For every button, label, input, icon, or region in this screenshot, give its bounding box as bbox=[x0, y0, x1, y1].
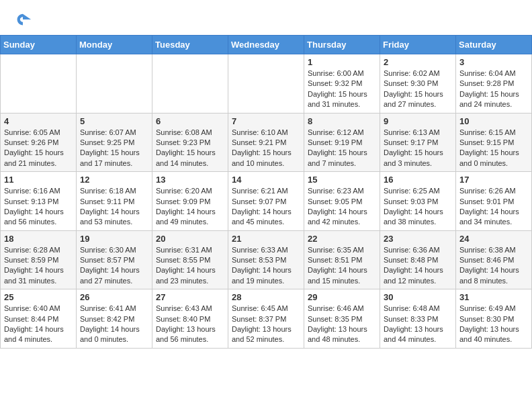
day-cell-25: 25Sunrise: 6:40 AM Sunset: 8:44 PM Dayli… bbox=[1, 289, 77, 349]
logo bbox=[13, 11, 35, 30]
day-cell-20: 20Sunrise: 6:31 AM Sunset: 8:55 PM Dayli… bbox=[152, 230, 228, 289]
day-info: Sunrise: 6:10 AM Sunset: 9:21 PM Dayligh… bbox=[232, 128, 300, 169]
day-number: 11 bbox=[4, 175, 73, 185]
empty-cell bbox=[228, 54, 304, 113]
week-row-5: 25Sunrise: 6:40 AM Sunset: 8:44 PM Dayli… bbox=[1, 289, 532, 349]
day-cell-28: 28Sunrise: 6:45 AM Sunset: 8:37 PM Dayli… bbox=[228, 289, 304, 349]
day-cell-31: 31Sunrise: 6:49 AM Sunset: 8:30 PM Dayli… bbox=[456, 289, 532, 349]
day-number: 20 bbox=[156, 234, 224, 244]
day-cell-21: 21Sunrise: 6:33 AM Sunset: 8:53 PM Dayli… bbox=[228, 230, 304, 289]
logo-icon bbox=[13, 11, 32, 30]
day-number: 23 bbox=[384, 234, 452, 244]
day-number: 10 bbox=[459, 116, 528, 126]
day-info: Sunrise: 6:45 AM Sunset: 8:37 PM Dayligh… bbox=[232, 304, 300, 345]
day-number: 5 bbox=[80, 116, 148, 126]
day-info: Sunrise: 6:35 AM Sunset: 8:51 PM Dayligh… bbox=[308, 245, 376, 287]
day-number: 14 bbox=[232, 175, 300, 185]
day-number: 12 bbox=[80, 175, 148, 185]
day-info: Sunrise: 6:30 AM Sunset: 8:57 PM Dayligh… bbox=[80, 245, 148, 287]
day-cell-18: 18Sunrise: 6:28 AM Sunset: 8:59 PM Dayli… bbox=[1, 230, 77, 289]
day-cell-14: 14Sunrise: 6:21 AM Sunset: 9:07 PM Dayli… bbox=[228, 172, 304, 231]
day-info: Sunrise: 6:36 AM Sunset: 8:48 PM Dayligh… bbox=[384, 245, 452, 287]
day-info: Sunrise: 6:46 AM Sunset: 8:35 PM Dayligh… bbox=[308, 304, 376, 345]
day-number: 15 bbox=[308, 175, 376, 185]
day-info: Sunrise: 6:20 AM Sunset: 9:09 PM Dayligh… bbox=[156, 186, 224, 228]
day-cell-3: 3Sunrise: 6:04 AM Sunset: 9:28 PM Daylig… bbox=[456, 54, 532, 113]
day-cell-24: 24Sunrise: 6:38 AM Sunset: 8:46 PM Dayli… bbox=[456, 230, 532, 289]
calendar: SundayMondayTuesdayWednesdayThursdayFrid… bbox=[0, 35, 532, 349]
day-cell-23: 23Sunrise: 6:36 AM Sunset: 8:48 PM Dayli… bbox=[380, 230, 456, 289]
day-info: Sunrise: 6:26 AM Sunset: 9:01 PM Dayligh… bbox=[459, 186, 528, 228]
day-info: Sunrise: 6:18 AM Sunset: 9:11 PM Dayligh… bbox=[80, 186, 148, 228]
empty-cell bbox=[77, 54, 152, 113]
day-number: 21 bbox=[232, 234, 300, 244]
day-info: Sunrise: 6:05 AM Sunset: 9:26 PM Dayligh… bbox=[4, 128, 73, 169]
day-info: Sunrise: 6:38 AM Sunset: 8:46 PM Dayligh… bbox=[459, 245, 528, 287]
day-info: Sunrise: 6:07 AM Sunset: 9:25 PM Dayligh… bbox=[80, 128, 148, 169]
day-number: 22 bbox=[308, 234, 376, 244]
day-number: 8 bbox=[308, 116, 376, 126]
weekday-header-monday: Monday bbox=[77, 36, 152, 54]
day-number: 19 bbox=[80, 234, 148, 244]
day-info: Sunrise: 6:13 AM Sunset: 9:17 PM Dayligh… bbox=[384, 128, 452, 169]
empty-cell bbox=[1, 54, 77, 113]
day-number: 3 bbox=[459, 57, 528, 67]
day-number: 31 bbox=[459, 292, 528, 302]
day-info: Sunrise: 6:23 AM Sunset: 9:05 PM Dayligh… bbox=[308, 186, 376, 228]
day-number: 28 bbox=[232, 292, 300, 302]
week-row-1: 1Sunrise: 6:00 AM Sunset: 9:32 PM Daylig… bbox=[1, 54, 532, 113]
day-cell-4: 4Sunrise: 6:05 AM Sunset: 9:26 PM Daylig… bbox=[1, 113, 77, 172]
day-cell-19: 19Sunrise: 6:30 AM Sunset: 8:57 PM Dayli… bbox=[77, 230, 152, 289]
day-cell-12: 12Sunrise: 6:18 AM Sunset: 9:11 PM Dayli… bbox=[77, 172, 152, 231]
day-cell-16: 16Sunrise: 6:25 AM Sunset: 9:03 PM Dayli… bbox=[380, 172, 456, 231]
weekday-header-saturday: Saturday bbox=[456, 36, 532, 54]
day-cell-26: 26Sunrise: 6:41 AM Sunset: 8:42 PM Dayli… bbox=[77, 289, 152, 349]
day-number: 17 bbox=[459, 175, 528, 185]
week-row-4: 18Sunrise: 6:28 AM Sunset: 8:59 PM Dayli… bbox=[1, 230, 532, 289]
week-row-2: 4Sunrise: 6:05 AM Sunset: 9:26 PM Daylig… bbox=[1, 113, 532, 172]
day-number: 26 bbox=[80, 292, 148, 302]
day-info: Sunrise: 6:33 AM Sunset: 8:53 PM Dayligh… bbox=[232, 245, 300, 287]
day-info: Sunrise: 6:49 AM Sunset: 8:30 PM Dayligh… bbox=[459, 304, 528, 345]
day-number: 13 bbox=[156, 175, 224, 185]
day-cell-17: 17Sunrise: 6:26 AM Sunset: 9:01 PM Dayli… bbox=[456, 172, 532, 231]
weekday-header-sunday: Sunday bbox=[1, 36, 77, 54]
day-number: 16 bbox=[384, 175, 452, 185]
day-cell-27: 27Sunrise: 6:43 AM Sunset: 8:40 PM Dayli… bbox=[152, 289, 228, 349]
day-cell-2: 2Sunrise: 6:02 AM Sunset: 9:30 PM Daylig… bbox=[380, 54, 456, 113]
day-info: Sunrise: 6:12 AM Sunset: 9:19 PM Dayligh… bbox=[308, 128, 376, 169]
day-cell-5: 5Sunrise: 6:07 AM Sunset: 9:25 PM Daylig… bbox=[77, 113, 152, 172]
day-cell-9: 9Sunrise: 6:13 AM Sunset: 9:17 PM Daylig… bbox=[380, 113, 456, 172]
day-cell-15: 15Sunrise: 6:23 AM Sunset: 9:05 PM Dayli… bbox=[304, 172, 380, 231]
weekday-header-thursday: Thursday bbox=[304, 36, 380, 54]
day-cell-1: 1Sunrise: 6:00 AM Sunset: 9:32 PM Daylig… bbox=[304, 54, 380, 113]
day-info: Sunrise: 6:04 AM Sunset: 9:28 PM Dayligh… bbox=[459, 68, 528, 110]
day-info: Sunrise: 6:43 AM Sunset: 8:40 PM Dayligh… bbox=[156, 304, 224, 345]
day-number: 9 bbox=[384, 116, 452, 126]
day-number: 2 bbox=[384, 57, 452, 67]
weekday-header-row: SundayMondayTuesdayWednesdayThursdayFrid… bbox=[1, 36, 532, 54]
day-cell-10: 10Sunrise: 6:15 AM Sunset: 9:15 PM Dayli… bbox=[456, 113, 532, 172]
day-info: Sunrise: 6:48 AM Sunset: 8:33 PM Dayligh… bbox=[384, 304, 452, 345]
day-number: 7 bbox=[232, 116, 300, 126]
day-info: Sunrise: 6:15 AM Sunset: 9:15 PM Dayligh… bbox=[459, 128, 528, 169]
day-info: Sunrise: 6:08 AM Sunset: 9:23 PM Dayligh… bbox=[156, 128, 224, 169]
header bbox=[0, 0, 532, 35]
day-cell-6: 6Sunrise: 6:08 AM Sunset: 9:23 PM Daylig… bbox=[152, 113, 228, 172]
day-info: Sunrise: 6:40 AM Sunset: 8:44 PM Dayligh… bbox=[4, 304, 73, 345]
day-number: 24 bbox=[459, 234, 528, 244]
day-cell-13: 13Sunrise: 6:20 AM Sunset: 9:09 PM Dayli… bbox=[152, 172, 228, 231]
day-cell-8: 8Sunrise: 6:12 AM Sunset: 9:19 PM Daylig… bbox=[304, 113, 380, 172]
day-info: Sunrise: 6:00 AM Sunset: 9:32 PM Dayligh… bbox=[308, 68, 376, 110]
empty-cell bbox=[152, 54, 228, 113]
day-number: 30 bbox=[384, 292, 452, 302]
day-cell-22: 22Sunrise: 6:35 AM Sunset: 8:51 PM Dayli… bbox=[304, 230, 380, 289]
day-info: Sunrise: 6:41 AM Sunset: 8:42 PM Dayligh… bbox=[80, 304, 148, 345]
weekday-header-tuesday: Tuesday bbox=[152, 36, 228, 54]
day-cell-11: 11Sunrise: 6:16 AM Sunset: 9:13 PM Dayli… bbox=[1, 172, 77, 231]
weekday-header-friday: Friday bbox=[380, 36, 456, 54]
day-info: Sunrise: 6:25 AM Sunset: 9:03 PM Dayligh… bbox=[384, 186, 452, 228]
week-row-3: 11Sunrise: 6:16 AM Sunset: 9:13 PM Dayli… bbox=[1, 172, 532, 231]
day-number: 27 bbox=[156, 292, 224, 302]
day-number: 18 bbox=[4, 234, 73, 244]
